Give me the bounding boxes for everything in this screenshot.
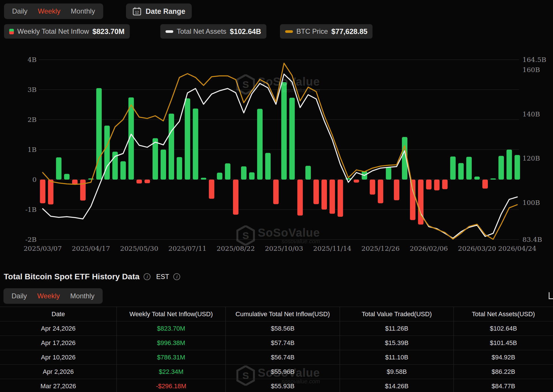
table-period-tabs: Daily Weekly Monthly <box>3 288 103 304</box>
info-icon[interactable]: i <box>144 273 151 280</box>
cell-assets: $86.22B <box>454 365 553 379</box>
cell-inflow: $823.70M <box>117 321 226 336</box>
col-date: Date <box>0 307 117 321</box>
legend-value: $823.70M <box>93 27 125 36</box>
timezone-info-icon[interactable]: i <box>173 273 180 280</box>
cell-inflow: $996.38M <box>117 336 226 350</box>
svg-text:2025/10/03: 2025/10/03 <box>265 245 303 252</box>
svg-text:100B: 100B <box>522 199 540 206</box>
date-range-label: Date Range <box>146 7 185 16</box>
legend-label: Weekly Total Net Inflow <box>17 27 89 35</box>
btc-line-icon <box>285 30 293 33</box>
cell-date: Apr 24,2026 <box>0 321 117 336</box>
bar-series-icon <box>9 29 14 34</box>
svg-text:164.5B: 164.5B <box>522 56 546 63</box>
col-cumulative-inflow: Cumulative Total Net Inflow(USD) <box>226 307 340 321</box>
svg-text:-2B: -2B <box>25 236 37 243</box>
legend-btc-price[interactable]: BTC Price $77,628.85 <box>280 24 373 39</box>
cell-date: Apr 10,2026 <box>0 350 117 364</box>
legend-weekly-net-inflow[interactable]: Weekly Total Net Inflow $823.70M <box>4 24 130 39</box>
cell-cumulative: $57.74B <box>226 336 340 350</box>
cell-assets: $102.64B <box>454 321 553 336</box>
cell-traded: $15.39B <box>340 336 454 350</box>
cell-inflow: $22.34M <box>117 365 226 379</box>
svg-text:2026/03/20: 2026/03/20 <box>458 245 496 252</box>
svg-text:83.4B: 83.4B <box>522 236 542 243</box>
cell-inflow: -$296.18M <box>117 379 226 392</box>
tab-weekly[interactable]: Weekly <box>34 7 64 15</box>
cell-cumulative: $55.93B <box>226 379 340 392</box>
legend-value: $102.64B <box>230 27 261 36</box>
cell-assets: $101.45B <box>454 336 553 350</box>
cell-cumulative: $58.56B <box>226 321 340 336</box>
download-icon[interactable] <box>549 292 553 299</box>
svg-text:0: 0 <box>32 176 37 183</box>
table-row: Apr 10,2026 $786.31M $56.74B $11.10B $94… <box>0 350 553 365</box>
svg-text:2025/11/14: 2025/11/14 <box>313 245 351 252</box>
table-row: Apr 17,2026 $996.38M $57.74B $15.39B $10… <box>0 336 553 350</box>
tab-daily[interactable]: Daily <box>7 292 31 300</box>
svg-text:3B: 3B <box>27 86 37 93</box>
tab-monthly[interactable]: Monthly <box>67 7 99 15</box>
calendar-icon: 12 <box>132 7 142 16</box>
cell-date: Mar 27,2026 <box>0 379 117 392</box>
svg-text:12: 12 <box>135 10 139 14</box>
svg-text:1B: 1B <box>27 146 37 153</box>
page-title: Total Bitcoin Spot ETF History Data <box>4 272 140 281</box>
legend-value: $77,628.85 <box>331 27 367 36</box>
tab-monthly[interactable]: Monthly <box>66 292 99 300</box>
cell-assets: $94.92B <box>454 350 553 364</box>
assets-line-icon <box>165 30 173 33</box>
svg-text:-1B: -1B <box>25 206 37 213</box>
cell-inflow: $786.31M <box>117 350 226 364</box>
table-row: Mar 27,2026 -$296.18M $55.93B $14.26B $8… <box>0 379 553 392</box>
cell-assets: $84.77B <box>454 379 553 392</box>
svg-text:160B: 160B <box>522 66 540 74</box>
svg-text:2025/12/26: 2025/12/26 <box>362 245 400 252</box>
cell-date: Apr 17,2026 <box>0 336 117 350</box>
legend-total-net-assets[interactable]: Total Net Assets $102.64B <box>160 24 266 39</box>
svg-text:2026/02/06: 2026/02/06 <box>410 245 448 252</box>
history-data-header: Total Bitcoin Spot ETF History Data i ES… <box>4 272 180 281</box>
sosovalue-etf-dashboard: 4B3B2B1B0-1B-2B164.5B160B140B120B100B83.… <box>0 0 553 392</box>
cell-cumulative: $56.74B <box>226 350 340 364</box>
svg-text:2B: 2B <box>27 116 37 123</box>
svg-text:2025/05/30: 2025/05/30 <box>120 245 159 252</box>
tab-weekly[interactable]: Weekly <box>33 292 64 300</box>
svg-text:2025/08/22: 2025/08/22 <box>217 245 255 252</box>
svg-text:2026/04/24: 2026/04/24 <box>498 245 537 252</box>
cell-traded: $9.58B <box>340 365 454 379</box>
date-range-button[interactable]: 12 Date Range <box>126 3 192 19</box>
tab-daily[interactable]: Daily <box>8 7 31 15</box>
svg-text:2025/04/17: 2025/04/17 <box>72 245 110 252</box>
col-value-traded: Total Value Traded(USD) <box>340 307 454 321</box>
table-header-row: Date Weekly Total Net Inflow(USD) Cumula… <box>0 307 553 321</box>
cell-traded: $11.26B <box>340 321 454 336</box>
table-row: Apr 2,2026 $22.34M $55.96B $9.58B $86.22… <box>0 365 553 379</box>
cell-traded: $11.10B <box>340 350 454 364</box>
etf-flow-chart[interactable]: 4B3B2B1B0-1B-2B164.5B160B140B120B100B83.… <box>0 0 553 264</box>
legend-label: BTC Price <box>296 27 328 35</box>
cell-traded: $14.26B <box>340 379 454 392</box>
col-net-assets: Total Net Assets(USD) <box>454 307 553 321</box>
cell-cumulative: $55.96B <box>226 365 340 379</box>
legend-label: Total Net Assets <box>177 27 226 35</box>
col-weekly-inflow: Weekly Total Net Inflow(USD) <box>117 307 226 321</box>
period-tabs: Daily Weekly Monthly <box>4 3 103 19</box>
svg-text:2025/03/07: 2025/03/07 <box>24 245 62 252</box>
svg-text:120B: 120B <box>522 154 540 162</box>
svg-text:2025/07/11: 2025/07/11 <box>168 245 207 252</box>
timezone-label: EST <box>156 273 169 281</box>
table-row: Apr 24,2026 $823.70M $58.56B $11.26B $10… <box>0 321 553 336</box>
svg-text:140B: 140B <box>522 110 540 118</box>
history-data-table: Date Weekly Total Net Inflow(USD) Cumula… <box>0 307 553 392</box>
svg-text:4B: 4B <box>27 56 37 63</box>
cell-date: Apr 2,2026 <box>0 365 117 379</box>
